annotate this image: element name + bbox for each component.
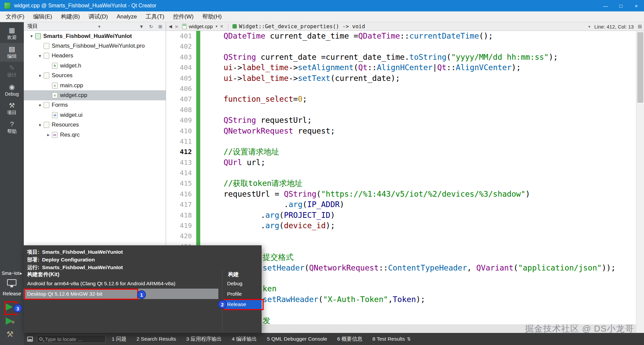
output-pane-button-3[interactable]: 3 应用程序输出 (186, 336, 222, 343)
status-bar: Type to locate ... 1 问题2 Search Results3… (24, 333, 644, 345)
tree-item[interactable]: ▾Sources (24, 71, 166, 81)
symbol-dropdown-icon[interactable]: ▾ (588, 24, 590, 29)
code-line: 402 (166, 41, 644, 52)
line-number: 407 (166, 94, 192, 104)
output-pane-button-6[interactable]: 6 概要信息 (337, 336, 362, 343)
code-line: 412 //设置请求地址 (166, 147, 644, 157)
menu-item-7[interactable]: 帮助(H) (198, 11, 226, 22)
tree-item[interactable]: ▸rcRes.qrc (24, 130, 166, 140)
output-panes-toggle-icon[interactable] (27, 337, 33, 342)
mode-item-welcome[interactable]: ▦欢迎 (0, 24, 24, 43)
mode-label-design: 设计 (7, 72, 17, 78)
tree-item[interactable]: ▾Resources (24, 120, 166, 130)
menu-item-0[interactable]: 文件(F) (1, 11, 29, 22)
maximize-button[interactable]: □ (613, 0, 629, 11)
tree-item[interactable]: ▾Headers (24, 51, 166, 61)
kit-popup-info-row: 运行:Smarts_Fishbowl_HuaWeiYunIot (27, 263, 258, 271)
file-dropdown-icon[interactable]: ▾ (216, 24, 218, 29)
mode-item-debug[interactable]: ◉Debug (0, 81, 24, 99)
mode-item-design[interactable]: ✎设计 (0, 62, 24, 81)
build-button[interactable]: ⚒ (6, 330, 14, 339)
code-line-text: .arg(IP_ADDR) (205, 199, 344, 210)
close-button[interactable]: × (629, 0, 644, 11)
sync-icon[interactable]: ↻ (149, 24, 153, 29)
code-line-text: requestUrl = QString("https://%1:443/v5/… (205, 189, 530, 199)
open-file-name[interactable]: widget.cpp (189, 23, 213, 29)
line-number: 417 (166, 199, 192, 210)
tree-item[interactable]: hwidget.h (24, 61, 166, 70)
kit-selector-button[interactable]: Sma~Iot ▸ (0, 270, 24, 276)
target-device-icon[interactable] (7, 279, 16, 286)
output-pane-button-7[interactable]: 8 Test Results (372, 336, 405, 342)
tree-item[interactable]: cwidget.cpp (24, 90, 166, 100)
chevron-icon[interactable]: ▾ (36, 122, 44, 128)
build-option[interactable]: Debug (224, 278, 262, 289)
line-number: 416 (166, 189, 192, 199)
file-cpp-icon: c (52, 83, 58, 89)
line-number: 409 (166, 115, 192, 126)
code-line: 401 QDateTime current_date_time =QDateTi… (166, 31, 644, 41)
chevron-icon[interactable]: ▾ (36, 73, 44, 78)
code-line: 415 //获取token请求地址 (166, 178, 644, 189)
tree-item[interactable]: ▾Forms (24, 100, 166, 110)
output-pane-button-2[interactable]: 2 Search Results (137, 336, 176, 342)
mode-item-edit[interactable]: ▤编辑 (0, 43, 24, 62)
split-editor-icon[interactable]: ⊞ (638, 23, 642, 30)
file-ui-icon: ui (52, 112, 58, 118)
line-number: 419 (166, 220, 192, 231)
tree-item[interactable]: uiwidget.ui (24, 110, 166, 120)
panel-title[interactable]: 项目 (27, 23, 38, 30)
mode-item-projects[interactable]: ⚒项目 (0, 99, 24, 118)
scrollbar-thumb[interactable] (637, 32, 643, 103)
output-pane-button-1[interactable]: 1 问题 (112, 336, 126, 343)
info-label: 部署: (27, 257, 39, 262)
split-panel-icon[interactable]: ⊞ (158, 24, 162, 29)
menu-item-2[interactable]: 构建(B) (56, 11, 84, 22)
code-line: 407 function_select=0; (166, 94, 644, 104)
mode-item-help[interactable]: ?帮助 (0, 118, 24, 137)
tree-item[interactable]: cmain.cpp (24, 81, 166, 90)
menu-item-6[interactable]: 控件(W) (169, 11, 198, 22)
change-bar (196, 210, 200, 220)
close-document-icon[interactable]: × (220, 23, 223, 30)
tree-item[interactable]: ▾Smarts_Fishbowl_HuaWeiYunIot (24, 31, 166, 41)
chevron-icon[interactable]: ▾ (36, 53, 44, 58)
menu-item-3[interactable]: 调试(D) (84, 11, 112, 22)
output-pane-button-4[interactable]: 4 编译输出 (232, 336, 257, 343)
menu-item-4[interactable]: Analyze (112, 11, 141, 22)
code-line-text: //获取token请求地址 (205, 178, 302, 189)
chevron-icon[interactable]: ▾ (28, 34, 35, 39)
build-option[interactable]: Profile (224, 289, 262, 299)
navbar-right: ▾ Line: 412, Col: 13 ⊞ (588, 22, 642, 31)
code-line: 410 QNetworkRequest request; (166, 126, 644, 136)
forward-icon[interactable]: ▶ (175, 24, 179, 29)
menu-item-5[interactable]: 工具(T) (141, 11, 169, 22)
locator-field[interactable]: Type to locate ... (37, 335, 106, 343)
code-line: 419 .arg(device_id); (166, 220, 644, 231)
vertical-scrollbar[interactable] (636, 31, 644, 333)
filter-icon[interactable]: ▼ (139, 24, 144, 29)
info-value: Deploy Configuration (42, 257, 95, 262)
panel-dropdown-icon[interactable]: ▾ (98, 24, 100, 29)
back-icon[interactable]: ◀ (169, 24, 172, 29)
menu-item-1[interactable]: 编辑(E) (29, 11, 57, 22)
debug-run-button[interactable]: ▶ (6, 315, 13, 326)
minimize-button[interactable]: — (598, 0, 613, 11)
code-line-text: setHeader(QNetworkRequest::ContentTypeHe… (205, 263, 615, 273)
chevron-icon[interactable]: ▾ (36, 103, 44, 108)
pane-selector-icon[interactable]: ⇅ (407, 336, 411, 342)
code-line: 416 requestUrl = QString("https://%1:443… (166, 189, 644, 199)
tree-item-label: widget.ui (60, 112, 83, 118)
output-pane-button-5[interactable]: 5 QML Debugger Console (267, 336, 327, 342)
current-symbol[interactable]: Widget::Get_device_properties() -> void (239, 23, 365, 30)
kit-option[interactable]: Android for arm64-v8a (Clang Qt 5.12.6 f… (24, 278, 218, 289)
kit-popup-info-row: 项目:Smarts_Fishbowl_HuaWeiYunIot (27, 248, 258, 256)
kit-column-header: 构建套件(Kit) (27, 271, 59, 278)
folder-ui-icon (44, 102, 49, 108)
tree-item-label: Sources (52, 72, 72, 79)
line-number: 418 (166, 210, 192, 220)
tree-item[interactable]: Smarts_Fishbowl_HuaWeiYunIot.pro (24, 41, 166, 51)
chevron-icon[interactable]: ▸ (45, 132, 52, 137)
code-line-text: ui->label_time->setText(current_date); (205, 73, 400, 84)
code-line-text: QUrl url; (205, 157, 265, 168)
